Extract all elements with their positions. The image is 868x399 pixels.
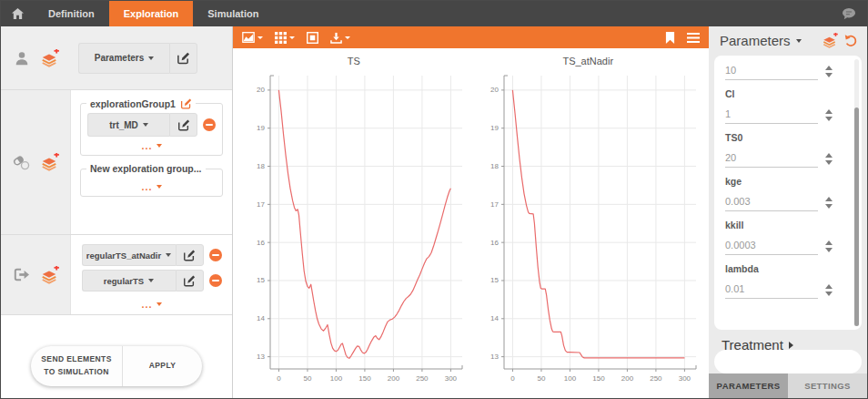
output-select-button[interactable]: regularTS_atNadir [82,244,176,266]
send-to-simulation-button[interactable]: SEND ELEMENTS TO SIMULATION [31,346,123,386]
svg-text:300: 300 [444,374,457,383]
svg-text:17: 17 [257,200,265,209]
step-up-icon[interactable] [825,109,833,114]
single-view-button[interactable] [307,32,318,44]
parameter-row: lambda 0.01 [725,263,833,299]
value-stepper[interactable] [825,197,833,209]
edit-output-button[interactable] [176,244,204,266]
step-down-icon[interactable] [825,204,833,209]
output-select-button[interactable]: regularTS [82,270,176,292]
parameter-value-input[interactable]: 0.003 [725,194,818,211]
treatment-section: Treatment [714,337,862,373]
treatment-element-button[interactable]: trt_MD [87,113,169,137]
add-element-dropdown[interactable]: ... [86,137,217,153]
value-stepper[interactable] [825,153,833,165]
tab-parameters[interactable]: PARAMETERS [709,373,788,398]
parameter-value-input[interactable]: 0.0003 [725,238,818,255]
step-down-icon[interactable] [825,117,833,121]
svg-text:15: 15 [490,276,499,284]
add-layer-icon[interactable] [821,33,838,48]
reset-icon[interactable] [843,34,858,47]
menu-button[interactable] [687,33,700,43]
chevron-down-icon [148,279,154,282]
tab-label: Simulation [207,8,258,19]
step-down-icon[interactable] [825,248,833,252]
parameter-value-input[interactable]: 10 [725,63,818,80]
panel-title[interactable]: Parameters [720,33,791,48]
outputs-section: regularTS_atNadir regularTS [1,235,232,315]
section-title: Treatment [722,337,783,353]
button-label: regularTS [104,276,144,286]
svg-text:18: 18 [257,162,265,170]
step-down-icon[interactable] [825,73,833,77]
remove-element-icon[interactable] [203,118,216,131]
svg-text:20: 20 [490,86,499,94]
parameter-value-input[interactable]: 20 [725,150,818,168]
export-icon [13,267,30,282]
add-element-dropdown[interactable]: ... [86,178,217,194]
edit-parameters-button[interactable] [169,43,197,74]
tab-simulation[interactable]: Simulation [193,1,273,26]
edit-output-button[interactable] [176,270,204,292]
value-stepper[interactable] [825,240,833,252]
remove-output-icon[interactable] [209,274,222,287]
parameter-row: 10 [725,63,833,80]
value-stepper[interactable] [825,109,833,121]
panel-tabs: PARAMETERS SETTINGS [709,373,867,398]
hamburger-menu-icon [687,33,700,43]
feedback-button[interactable] [831,1,867,26]
tab-definition[interactable]: Definition [34,1,109,26]
chevron-down-icon [345,36,350,39]
step-up-icon[interactable] [825,240,833,245]
rename-group-icon[interactable] [180,97,192,109]
layout-grid-button[interactable] [275,32,295,44]
parameters-scrollbar[interactable] [854,59,859,326]
step-up-icon[interactable] [825,197,833,201]
step-down-icon[interactable] [825,292,833,296]
svg-text:16: 16 [490,239,499,247]
parameter-value-input[interactable]: 0.01 [725,281,818,299]
treatment-toggle[interactable]: Treatment [722,337,793,353]
step-down-icon[interactable] [825,160,833,165]
chart-toolbar [233,26,709,48]
more-label: ... [141,181,152,192]
chevron-down-icon [156,144,162,148]
tab-label: Exploration [124,8,179,19]
tab-exploration[interactable]: Exploration [109,1,194,26]
parameters-select-button[interactable]: Parameters [78,43,169,74]
plot-type-button[interactable] [242,32,263,43]
apply-button[interactable]: APPLY [123,346,202,386]
edit-treatment-element-button[interactable] [169,113,197,137]
value-stepper[interactable] [825,66,833,77]
add-layer-icon[interactable] [39,266,59,284]
step-up-icon[interactable] [825,66,833,70]
scrollbar-thumb[interactable] [854,107,859,326]
output-row: regularTS_atNadir [78,244,225,266]
tab-settings[interactable]: SETTINGS [788,373,867,398]
speech-bubble-icon [841,7,857,20]
step-up-icon[interactable] [825,284,833,289]
svg-text:250: 250 [416,374,429,383]
ts-atnadir-line-chart[interactable]: 0501001502002503001314151617181920 [474,66,701,393]
svg-text:200: 200 [621,374,634,383]
add-layer-icon[interactable] [39,153,59,171]
remove-output-icon[interactable] [209,249,222,261]
chevron-down-icon [148,56,154,60]
bookmark-button[interactable] [665,32,675,44]
svg-text:20: 20 [257,86,265,94]
step-up-icon[interactable] [825,153,833,158]
home-button[interactable] [1,1,34,26]
add-output-dropdown[interactable]: ... [78,295,225,312]
svg-text:19: 19 [490,124,499,132]
value-stepper[interactable] [825,284,833,296]
add-layer-icon[interactable] [39,49,59,67]
parameter-value-input[interactable]: 1 [725,107,818,124]
download-button[interactable] [330,32,350,44]
parameter-label: lambda [725,263,833,274]
exploration-group-1: explorationGroup1 trt_MD [80,97,223,156]
chart-ts: TS 0501001502002503001314151617181920 [238,52,469,398]
more-label: ... [141,299,152,310]
ts-line-chart[interactable]: 0501001502002503001314151617181920 [240,66,468,393]
chevron-down-icon [156,302,162,306]
svg-text:150: 150 [592,374,605,383]
